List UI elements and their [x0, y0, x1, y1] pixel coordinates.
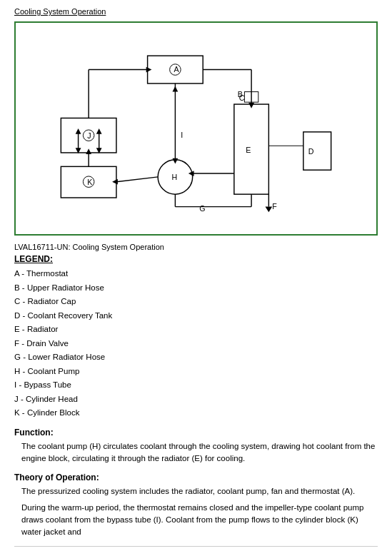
svg-text:G: G [199, 204, 205, 213]
legend-item-h: H - Coolant Pump [14, 365, 378, 379]
svg-text:J: J [87, 131, 91, 140]
svg-marker-20 [266, 207, 273, 213]
legend-item-k: K - Cylinder Block [14, 406, 378, 420]
page-title: Cooling System Operation [14, 7, 378, 16]
legend-item-g: G - Lower Radiator Hose [14, 350, 378, 365]
svg-marker-46 [96, 128, 102, 134]
legend-item-i: I - Bypass Tube [14, 378, 378, 393]
legend-item-a: A - Thermostat [14, 267, 378, 281]
cooling-diagram: A B J K H E C D F G I [23, 30, 369, 227]
legend-item-b: B - Upper Radiator Hose [14, 281, 378, 295]
theory-text1: The pressurized cooling system includes … [14, 485, 378, 497]
svg-marker-35 [86, 148, 91, 154]
footer: TM2388 87 [14, 546, 378, 551]
svg-marker-28 [248, 103, 254, 108]
svg-text:F: F [272, 202, 277, 211]
svg-line-32 [116, 177, 158, 182]
legend-title: LEGEND: [14, 254, 378, 264]
svg-text:D: D [308, 147, 314, 156]
svg-text:C: C [239, 93, 245, 102]
svg-text:H: H [172, 173, 178, 181]
svg-text:E: E [246, 146, 251, 154]
legend-item-c: C - Radiator Cap [14, 295, 378, 309]
svg-marker-38 [173, 86, 179, 92]
svg-marker-25 [146, 67, 152, 73]
legend-item-e: E - Radiator [14, 323, 378, 337]
legend-item-j: J - Cylinder Head [14, 393, 378, 407]
svg-text:I: I [181, 131, 183, 139]
legend-section: LEGEND: A - Thermostat B - Upper Radiato… [14, 254, 378, 420]
svg-marker-33 [112, 179, 118, 185]
svg-rect-12 [234, 104, 269, 194]
theory-text2: During the warm-up period, the thermosta… [14, 502, 378, 539]
legend-items: A - Thermostat B - Upper Radiator Hose C… [14, 267, 378, 420]
legend-item-f: F - Drain Valve [14, 337, 378, 351]
svg-marker-43 [76, 128, 81, 134]
function-title: Function: [14, 428, 378, 438]
diagram-container: A B J K H E C D F G I [14, 21, 378, 236]
svg-marker-37 [173, 158, 179, 164]
theory-title: Theory of Operation: [14, 472, 378, 482]
svg-text:K: K [87, 178, 92, 186]
function-text: The coolant pump (H) circulates coolant … [14, 440, 378, 465]
svg-text:A: A [174, 65, 179, 74]
legend-item-d: D - Coolant Recovery Tank [14, 309, 378, 323]
diagram-caption: LVAL16711-UN: Cooling System Operation [14, 243, 378, 251]
svg-rect-16 [303, 132, 331, 170]
